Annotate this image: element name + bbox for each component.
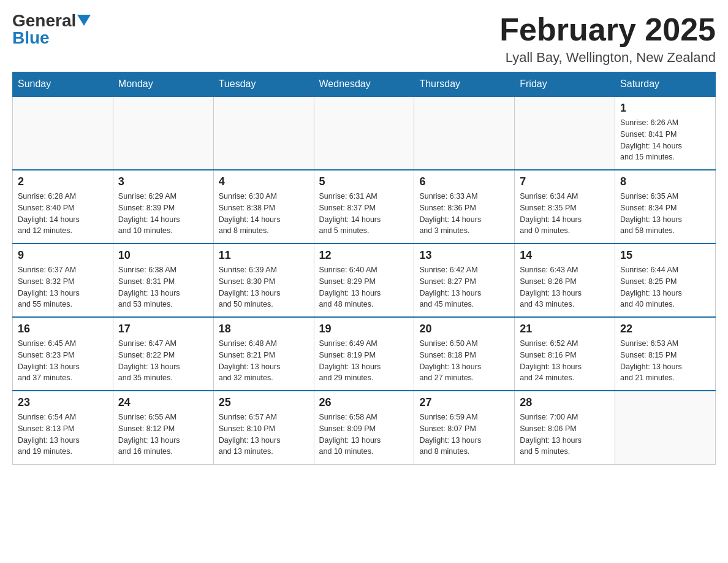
svg-marker-0 bbox=[77, 15, 91, 26]
day-info: Sunrise: 6:54 AM Sunset: 8:13 PM Dayligh… bbox=[18, 412, 108, 458]
day-info: Sunrise: 6:43 AM Sunset: 8:26 PM Dayligh… bbox=[520, 264, 610, 310]
day-info: Sunrise: 6:55 AM Sunset: 8:12 PM Dayligh… bbox=[118, 412, 208, 458]
day-number: 8 bbox=[620, 175, 710, 188]
calendar-cell: 19Sunrise: 6:49 AM Sunset: 8:19 PM Dayli… bbox=[314, 317, 414, 391]
day-number: 25 bbox=[219, 396, 309, 409]
day-number: 17 bbox=[118, 323, 208, 335]
calendar-cell: 13Sunrise: 6:42 AM Sunset: 8:27 PM Dayli… bbox=[414, 243, 515, 317]
calendar-cell: 27Sunrise: 6:59 AM Sunset: 8:07 PM Dayli… bbox=[414, 391, 515, 464]
day-info: Sunrise: 6:59 AM Sunset: 8:07 PM Dayligh… bbox=[419, 412, 509, 458]
day-info: Sunrise: 6:39 AM Sunset: 8:30 PM Dayligh… bbox=[219, 264, 309, 310]
calendar-cell bbox=[213, 96, 314, 170]
calendar-cell: 28Sunrise: 7:00 AM Sunset: 8:06 PM Dayli… bbox=[515, 391, 615, 464]
calendar-cell: 20Sunrise: 6:50 AM Sunset: 8:18 PM Dayli… bbox=[414, 317, 515, 391]
day-info: Sunrise: 6:34 AM Sunset: 8:35 PM Dayligh… bbox=[520, 191, 610, 237]
day-number: 26 bbox=[319, 396, 409, 409]
weekday-header-tuesday: Tuesday bbox=[213, 72, 314, 97]
day-number: 2 bbox=[18, 175, 108, 188]
day-number: 13 bbox=[419, 249, 509, 262]
day-info: Sunrise: 6:49 AM Sunset: 8:19 PM Dayligh… bbox=[319, 338, 409, 384]
calendar-title: February 2025 bbox=[499, 12, 716, 47]
day-info: Sunrise: 6:53 AM Sunset: 8:15 PM Dayligh… bbox=[620, 338, 710, 384]
day-info: Sunrise: 6:38 AM Sunset: 8:31 PM Dayligh… bbox=[118, 264, 208, 310]
day-number: 22 bbox=[620, 323, 710, 335]
day-info: Sunrise: 6:47 AM Sunset: 8:22 PM Dayligh… bbox=[118, 338, 208, 384]
calendar-cell: 7Sunrise: 6:34 AM Sunset: 8:35 PM Daylig… bbox=[515, 170, 615, 243]
calendar-cell: 22Sunrise: 6:53 AM Sunset: 8:15 PM Dayli… bbox=[615, 317, 716, 391]
calendar-cell: 17Sunrise: 6:47 AM Sunset: 8:22 PM Dayli… bbox=[113, 317, 213, 391]
day-number: 3 bbox=[118, 175, 208, 188]
week-row-3: 9Sunrise: 6:37 AM Sunset: 8:32 PM Daylig… bbox=[13, 243, 716, 317]
day-number: 21 bbox=[520, 323, 610, 335]
day-info: Sunrise: 6:37 AM Sunset: 8:32 PM Dayligh… bbox=[18, 264, 108, 310]
calendar-cell: 24Sunrise: 6:55 AM Sunset: 8:12 PM Dayli… bbox=[113, 391, 213, 464]
day-number: 11 bbox=[219, 249, 309, 262]
calendar-cell: 26Sunrise: 6:58 AM Sunset: 8:09 PM Dayli… bbox=[314, 391, 414, 464]
day-info: Sunrise: 6:35 AM Sunset: 8:34 PM Dayligh… bbox=[620, 191, 710, 237]
day-number: 23 bbox=[18, 396, 108, 409]
day-number: 4 bbox=[219, 175, 309, 188]
logo: General Blue bbox=[12, 12, 91, 47]
calendar-subtitle: Lyall Bay, Wellington, New Zealand bbox=[499, 50, 716, 66]
day-info: Sunrise: 6:52 AM Sunset: 8:16 PM Dayligh… bbox=[520, 338, 610, 384]
day-number: 10 bbox=[118, 249, 208, 262]
logo-general-text: General bbox=[12, 12, 76, 29]
calendar-cell bbox=[414, 96, 515, 170]
calendar-cell: 8Sunrise: 6:35 AM Sunset: 8:34 PM Daylig… bbox=[615, 170, 716, 243]
day-info: Sunrise: 6:33 AM Sunset: 8:36 PM Dayligh… bbox=[419, 191, 509, 237]
day-number: 19 bbox=[319, 323, 409, 335]
day-number: 27 bbox=[419, 396, 509, 409]
calendar-cell: 25Sunrise: 6:57 AM Sunset: 8:10 PM Dayli… bbox=[213, 391, 314, 464]
weekday-header-sunday: Sunday bbox=[13, 72, 113, 97]
calendar-cell: 1Sunrise: 6:26 AM Sunset: 8:41 PM Daylig… bbox=[615, 96, 716, 170]
page-header: General Blue February 2025 Lyall Bay, We… bbox=[12, 12, 716, 66]
calendar-cell: 2Sunrise: 6:28 AM Sunset: 8:40 PM Daylig… bbox=[13, 170, 113, 243]
title-block: February 2025 Lyall Bay, Wellington, New… bbox=[499, 12, 716, 66]
day-number: 28 bbox=[520, 396, 610, 409]
day-number: 20 bbox=[419, 323, 509, 335]
day-info: Sunrise: 6:40 AM Sunset: 8:29 PM Dayligh… bbox=[319, 264, 409, 310]
day-number: 5 bbox=[319, 175, 409, 188]
day-number: 16 bbox=[18, 323, 108, 335]
day-number: 14 bbox=[520, 249, 610, 262]
day-info: Sunrise: 6:28 AM Sunset: 8:40 PM Dayligh… bbox=[18, 191, 108, 237]
calendar-cell: 21Sunrise: 6:52 AM Sunset: 8:16 PM Dayli… bbox=[515, 317, 615, 391]
day-info: Sunrise: 6:31 AM Sunset: 8:37 PM Dayligh… bbox=[319, 191, 409, 237]
weekday-header-friday: Friday bbox=[515, 72, 615, 97]
weekday-header-wednesday: Wednesday bbox=[314, 72, 414, 97]
calendar-cell bbox=[615, 391, 716, 464]
day-info: Sunrise: 7:00 AM Sunset: 8:06 PM Dayligh… bbox=[520, 412, 610, 458]
calendar-cell: 16Sunrise: 6:45 AM Sunset: 8:23 PM Dayli… bbox=[13, 317, 113, 391]
week-row-1: 1Sunrise: 6:26 AM Sunset: 8:41 PM Daylig… bbox=[13, 96, 716, 170]
calendar-cell bbox=[13, 96, 113, 170]
calendar-cell: 10Sunrise: 6:38 AM Sunset: 8:31 PM Dayli… bbox=[113, 243, 213, 317]
day-info: Sunrise: 6:42 AM Sunset: 8:27 PM Dayligh… bbox=[419, 264, 509, 310]
weekday-header-saturday: Saturday bbox=[615, 72, 716, 97]
calendar-cell: 12Sunrise: 6:40 AM Sunset: 8:29 PM Dayli… bbox=[314, 243, 414, 317]
day-number: 6 bbox=[419, 175, 509, 188]
day-number: 9 bbox=[18, 249, 108, 262]
calendar-cell: 14Sunrise: 6:43 AM Sunset: 8:26 PM Dayli… bbox=[515, 243, 615, 317]
day-info: Sunrise: 6:30 AM Sunset: 8:38 PM Dayligh… bbox=[219, 191, 309, 237]
day-number: 15 bbox=[620, 249, 710, 262]
day-number: 18 bbox=[219, 323, 309, 335]
week-row-4: 16Sunrise: 6:45 AM Sunset: 8:23 PM Dayli… bbox=[13, 317, 716, 391]
day-info: Sunrise: 6:29 AM Sunset: 8:39 PM Dayligh… bbox=[118, 191, 208, 237]
weekday-header-monday: Monday bbox=[113, 72, 213, 97]
calendar-cell: 23Sunrise: 6:54 AM Sunset: 8:13 PM Dayli… bbox=[13, 391, 113, 464]
calendar-cell bbox=[113, 96, 213, 170]
calendar-cell: 15Sunrise: 6:44 AM Sunset: 8:25 PM Dayli… bbox=[615, 243, 716, 317]
calendar-cell: 11Sunrise: 6:39 AM Sunset: 8:30 PM Dayli… bbox=[213, 243, 314, 317]
day-number: 12 bbox=[319, 249, 409, 262]
day-info: Sunrise: 6:50 AM Sunset: 8:18 PM Dayligh… bbox=[419, 338, 509, 384]
weekday-header-row: SundayMondayTuesdayWednesdayThursdayFrid… bbox=[13, 72, 716, 97]
day-number: 7 bbox=[520, 175, 610, 188]
calendar-cell: 4Sunrise: 6:30 AM Sunset: 8:38 PM Daylig… bbox=[213, 170, 314, 243]
calendar-cell: 5Sunrise: 6:31 AM Sunset: 8:37 PM Daylig… bbox=[314, 170, 414, 243]
calendar-cell: 3Sunrise: 6:29 AM Sunset: 8:39 PM Daylig… bbox=[113, 170, 213, 243]
day-number: 24 bbox=[118, 396, 208, 409]
day-info: Sunrise: 6:26 AM Sunset: 8:41 PM Dayligh… bbox=[620, 117, 710, 163]
day-info: Sunrise: 6:58 AM Sunset: 8:09 PM Dayligh… bbox=[319, 412, 409, 458]
day-info: Sunrise: 6:45 AM Sunset: 8:23 PM Dayligh… bbox=[18, 338, 108, 384]
calendar-cell: 18Sunrise: 6:48 AM Sunset: 8:21 PM Dayli… bbox=[213, 317, 314, 391]
